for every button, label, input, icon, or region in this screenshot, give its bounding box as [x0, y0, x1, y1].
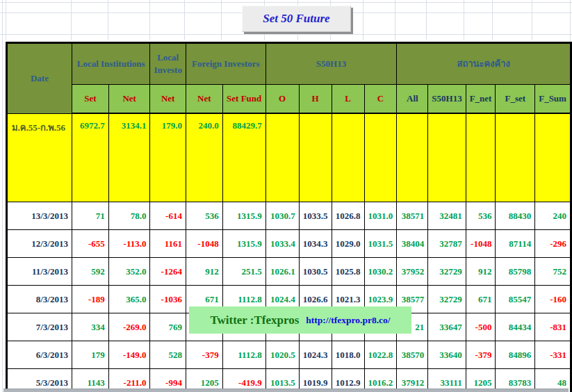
- summary-cell: [535, 113, 571, 202]
- value-cell: 38570: [397, 341, 428, 369]
- summary-cell: [364, 113, 397, 202]
- value-cell: 32787: [428, 230, 466, 258]
- value-cell: -296: [535, 230, 571, 258]
- date-cell: 7/3/2013: [7, 313, 72, 341]
- summary-cell: 179.0: [150, 113, 186, 202]
- summary-cell: 240.0: [186, 113, 222, 202]
- summary-cell: [496, 113, 535, 202]
- summary-cell: [428, 113, 466, 202]
- summary-cell: [265, 113, 299, 202]
- value-cell: 752: [535, 258, 571, 286]
- value-cell: 352.0: [108, 258, 150, 286]
- value-cell: 1018.0: [332, 341, 364, 369]
- watermark-twitter-handle: Twitter :Tfexpros: [210, 313, 299, 327]
- value-cell: 1026.1: [265, 258, 299, 286]
- column-header-l: L: [332, 85, 364, 114]
- value-cell: 912: [186, 258, 222, 286]
- value-cell: 1024.3: [299, 341, 332, 369]
- value-cell: 1315.9: [222, 202, 265, 230]
- date-cell: 8/3/2013: [7, 286, 72, 313]
- value-cell: -1048: [466, 230, 496, 258]
- value-cell: 1034.3: [299, 230, 332, 258]
- value-cell: -500: [466, 313, 496, 341]
- value-cell: 84896: [496, 341, 535, 369]
- value-cell: 87114: [496, 230, 535, 258]
- column-header-date: Date: [7, 43, 72, 114]
- column-header-net: Net: [108, 85, 150, 114]
- value-cell: -189: [72, 286, 108, 313]
- value-cell: 32729: [428, 286, 466, 313]
- summary-cell: [332, 113, 364, 202]
- value-cell: 1315.9: [222, 230, 265, 258]
- column-header-f-net: F_net: [466, 85, 496, 114]
- value-cell: -331: [535, 341, 571, 369]
- value-cell: 1030.7: [265, 202, 299, 230]
- value-cell: 1161: [150, 230, 186, 258]
- spreadsheet-screen: Set 50 Future DateLocal InstitutionsLoca…: [0, 0, 572, 392]
- value-cell: 1029.0: [332, 230, 364, 258]
- value-cell: -1036: [150, 286, 186, 313]
- column-header-s50h13: S50H13: [428, 85, 466, 114]
- value-cell: 1026.8: [332, 202, 364, 230]
- value-cell: 78.0: [108, 202, 150, 230]
- value-cell: 536: [466, 202, 496, 230]
- date-cell: 6/3/2013: [7, 341, 72, 369]
- value-cell: 71: [72, 202, 108, 230]
- column-header-set-fund: Set Fund: [222, 85, 265, 114]
- value-cell: -1048: [186, 230, 222, 258]
- value-cell: 179: [72, 341, 108, 369]
- gridline: [2, 0, 3, 392]
- watermark-banner: Twitter :Tfexpros http://tfexpro.pr8.co/: [189, 307, 411, 334]
- value-cell: 769: [150, 313, 186, 341]
- column-header-f-set: F_set: [496, 85, 535, 114]
- value-cell: 592: [72, 258, 108, 286]
- value-cell: 912: [466, 258, 496, 286]
- value-cell: 84434: [496, 313, 535, 341]
- futures-data-table: DateLocal InstitutionsLocal InvestoForei…: [6, 42, 572, 392]
- value-cell: 38571: [397, 202, 428, 230]
- column-header-c: C: [364, 85, 397, 114]
- value-cell: 1033.5: [299, 202, 332, 230]
- value-cell: 1022.8: [364, 341, 397, 369]
- value-cell: -269.0: [108, 313, 150, 341]
- value-cell: -655: [72, 230, 108, 258]
- value-cell: -149.0: [108, 341, 150, 369]
- value-cell: 536: [186, 202, 222, 230]
- value-cell: 37952: [397, 258, 428, 286]
- value-cell: -160: [535, 286, 571, 313]
- value-cell: 671: [466, 286, 496, 313]
- value-cell: 1025.8: [332, 258, 364, 286]
- value-cell: 1030.2: [364, 258, 397, 286]
- value-cell: 251.5: [222, 258, 265, 286]
- summary-cell: [397, 113, 428, 202]
- set50-future-button[interactable]: Set 50 Future: [242, 6, 351, 32]
- column-header-f-sum: F_Sum: [535, 85, 571, 114]
- value-cell: -379: [186, 341, 222, 369]
- horizontal-scrollbar[interactable]: [3, 389, 569, 392]
- summary-cell: [466, 113, 496, 202]
- column-header-h: H: [299, 85, 332, 114]
- date-cell: 13/3/2013: [7, 202, 72, 230]
- value-cell: 1033.4: [265, 230, 299, 258]
- group-header-local-institutions: Local Institutions: [72, 43, 150, 85]
- value-cell: 1020.5: [265, 341, 299, 369]
- value-cell: 1112.8: [222, 341, 265, 369]
- summary-period-cell: ม.ค.55-ก.พ.56: [7, 113, 72, 202]
- value-cell: 32481: [428, 202, 466, 230]
- value-cell: 38404: [397, 230, 428, 258]
- column-header-net: Net: [150, 85, 186, 114]
- value-cell: 88430: [496, 202, 535, 230]
- group-header-s50h13: S50H13: [265, 43, 397, 85]
- date-cell: 11/3/2013: [7, 258, 72, 286]
- watermark-link[interactable]: http://tfexpro.pr8.co/: [306, 315, 390, 326]
- value-cell: 85547: [496, 286, 535, 313]
- summary-cell: 6972.7: [72, 113, 108, 202]
- value-cell: -113.0: [108, 230, 150, 258]
- group-header-position: สถานะคงค้าง: [397, 43, 571, 85]
- value-cell: 1031.0: [364, 202, 397, 230]
- summary-cell: 88429.7: [222, 113, 265, 202]
- summary-cell: 3134.1: [108, 113, 150, 202]
- value-cell: 33640: [428, 341, 466, 369]
- value-cell: 528: [150, 341, 186, 369]
- value-cell: -379: [466, 341, 496, 369]
